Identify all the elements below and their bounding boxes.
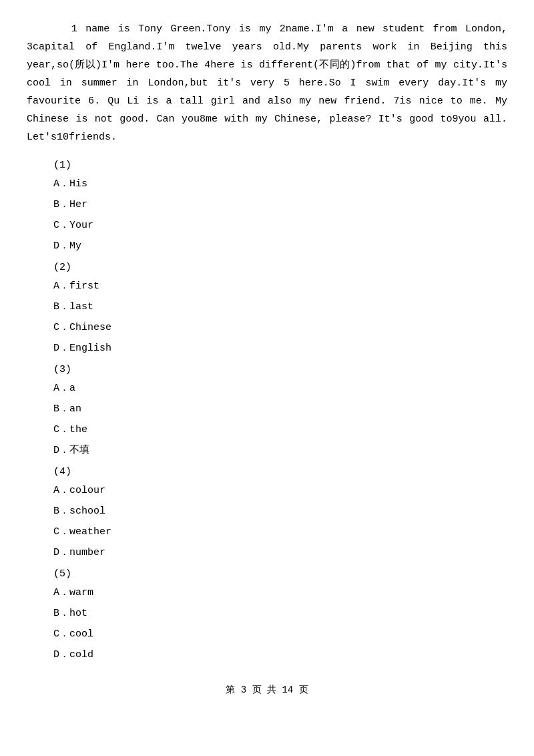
question-4-number: (4) bbox=[53, 466, 507, 478]
questions-container: (1) A．His B．Her C．Your D．My (2) A．first … bbox=[27, 160, 507, 664]
question-2-option-c: C．Chinese bbox=[53, 319, 507, 337]
question-5-option-a: A．warm bbox=[53, 584, 507, 602]
question-5: (5) A．warm B．hot C．cool D．cold bbox=[27, 568, 507, 664]
question-4-option-b: B．school bbox=[53, 502, 507, 520]
question-1-option-a: A．His bbox=[53, 175, 507, 193]
passage: 1 name is Tony Green.Tony is my 2name.I'… bbox=[27, 20, 507, 146]
question-5-option-d: D．cold bbox=[53, 646, 507, 664]
question-1-number: (1) bbox=[53, 160, 507, 171]
question-2-number: (2) bbox=[53, 262, 507, 273]
question-5-option-c: C．cool bbox=[53, 625, 507, 643]
question-3-option-a: A．a bbox=[53, 379, 507, 397]
question-3-option-d: D．不填 bbox=[53, 441, 507, 459]
question-3: (3) A．a B．an C．the D．不填 bbox=[27, 364, 507, 459]
question-4-option-d: D．number bbox=[53, 544, 507, 562]
question-1-option-d: D．My bbox=[53, 237, 507, 255]
question-5-option-b: B．hot bbox=[53, 604, 507, 622]
question-4-option-a: A．colour bbox=[53, 482, 507, 500]
question-2-option-a: A．first bbox=[53, 277, 507, 295]
question-2-option-d: D．English bbox=[53, 339, 507, 357]
question-1: (1) A．His B．Her C．Your D．My bbox=[27, 160, 507, 255]
question-1-option-b: B．Her bbox=[53, 196, 507, 214]
question-4: (4) A．colour B．school C．weather D．number bbox=[27, 466, 507, 562]
question-3-option-c: C．the bbox=[53, 421, 507, 439]
question-1-option-c: C．Your bbox=[53, 216, 507, 234]
question-4-option-c: C．weather bbox=[53, 523, 507, 541]
question-2-option-b: B．last bbox=[53, 298, 507, 316]
question-3-option-b: B．an bbox=[53, 400, 507, 418]
page-footer: 第 3 页 共 14 页 bbox=[27, 684, 507, 696]
question-5-number: (5) bbox=[53, 568, 507, 580]
question-3-number: (3) bbox=[53, 364, 507, 375]
question-2: (2) A．first B．last C．Chinese D．English bbox=[27, 262, 507, 357]
